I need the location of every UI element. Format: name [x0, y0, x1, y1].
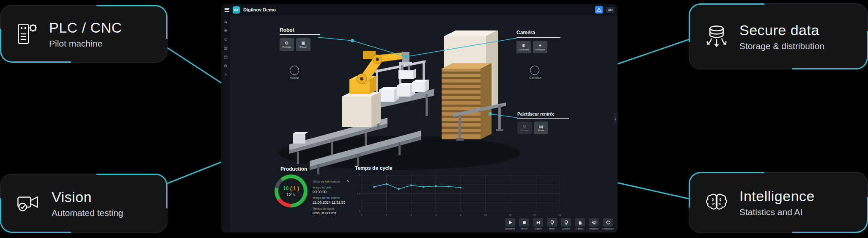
settings-icon[interactable]: ⚙ — [224, 64, 228, 68]
start-button[interactable]: Démarrer — [504, 218, 516, 230]
palletizer-porte-button[interactable]: ▤ Porte — [534, 122, 548, 134]
edit-pencil-icon[interactable]: ✎ — [347, 180, 350, 183]
mode-button[interactable]: Mode — [546, 218, 558, 230]
info-label: temps écoulé — [313, 185, 332, 189]
initialize-button[interactable]: Initialiser — [588, 218, 600, 230]
gauge-paren-value: ( 1 ) — [290, 185, 299, 191]
alert-icon[interactable]: ⚠ — [224, 73, 228, 77]
dashboard-icon[interactable]: ◉ — [224, 28, 228, 33]
skip-icon — [536, 220, 541, 225]
video-camera-icon — [16, 194, 41, 213]
connector-plc — [164, 46, 222, 83]
tool-label: Réinitialiser — [602, 227, 614, 230]
bulb-icon — [563, 220, 569, 225]
tool-label: Initialiser — [589, 227, 599, 230]
svg-text:0: 0 — [361, 214, 363, 216]
reset-button[interactable]: Réinitialiser — [602, 218, 614, 230]
robot-placer-button[interactable]: ▣ Placer — [296, 38, 310, 51]
gauge-center: 10 ( 1 ) 12✎ — [278, 178, 304, 204]
callout-secure-text: Secure data Storage & distribution — [739, 22, 824, 51]
callout-title: PLC / CNC — [49, 19, 122, 36]
camera-marker-label: Camera — [529, 76, 540, 80]
info-value: 21.06.2024 11:31:53 — [313, 200, 349, 205]
document-icon[interactable]: ▤ — [224, 55, 228, 59]
camera-nettoyer-button[interactable]: ✦ Nettoyer — [533, 41, 547, 53]
place-icon: ▣ — [301, 41, 305, 45]
info-group: temps de fin estimé 21.06.2024 11:31:53 — [313, 196, 349, 205]
palletizer-buttons: ↻ Suivant ▤ Porte — [517, 122, 569, 134]
palletizer-suivant-button[interactable]: ↻ Suivant — [517, 122, 532, 134]
svg-text:2.5: 2.5 — [357, 192, 361, 195]
app-sidebar: ⌂ ◉ ⊙ ▦ ▤ ⚙ ⚠ — [221, 15, 230, 232]
svg-text:16: 16 — [558, 214, 561, 216]
connector-secure-data — [616, 39, 690, 64]
robot-marker: Robot — [289, 66, 300, 80]
production-gauge: 10 ( 1 ) 12✎ — [275, 174, 308, 208]
button-label: Contrôler — [519, 48, 529, 51]
button-label: Suivant — [520, 129, 529, 132]
svg-text:12: 12 — [509, 214, 512, 216]
palletizer-label: Palettiseur rentrée — [517, 112, 569, 119]
app-title: Digiinov Demo — [243, 7, 276, 12]
camera-label-panel: Caméra ⚙ Contrôler ✦ Nettoyer — [516, 30, 560, 53]
alert-button[interactable] — [595, 6, 603, 14]
language-button[interactable]: AN — [606, 7, 614, 13]
info-label: temps de fin estimé — [313, 196, 340, 200]
grid-icon[interactable]: ▦ — [224, 46, 228, 50]
callout-vision: Vision Automated testing — [0, 174, 168, 233]
app-logo: no — [233, 6, 240, 14]
tool-label: Mode — [549, 227, 555, 230]
gauge-count: 10 ( 1 ) — [283, 185, 299, 191]
app-titlebar: no Digiinov Demo AN — [221, 4, 618, 15]
callout-secure-data: Secure data Storage & distribution — [689, 3, 868, 69]
cycle-time-chart-block: Temps de cycle 024681012141602.55 — [355, 165, 562, 219]
callout-plc: PLC / CNC Pilot machine — [0, 5, 168, 63]
callout-title: Intelligence — [739, 188, 815, 205]
callout-intel-text: Intelligence Statistics and AI — [739, 188, 815, 217]
tool-label: Lumière — [562, 227, 570, 230]
stop-button[interactable]: Arrêter — [518, 218, 530, 230]
cycle-time-chart: 024681012141602.55 — [355, 173, 562, 217]
info-label: Unité de fabrication — [313, 180, 340, 183]
clean-icon: ✦ — [538, 44, 542, 48]
production-info: Unité de fabrication✎ temps écoulé 00:00… — [313, 174, 349, 217]
button-label: Nettoyer — [536, 48, 545, 51]
camera-controler-button[interactable]: ⚙ Contrôler — [516, 41, 531, 53]
palletizer-label-panel: Palettiseur rentrée ↻ Suivant ▤ Porte — [517, 112, 569, 134]
panel-expander[interactable]: ‹ — [613, 113, 618, 125]
tool-label: Démarrer — [505, 227, 515, 230]
robot-label: Robot — [280, 27, 320, 35]
cycle-icon: ↻ — [523, 125, 526, 129]
database-icon — [705, 24, 728, 49]
light-button[interactable]: Lumière — [560, 218, 572, 230]
robot-label-panel: Robot ⚙ Prendre ▣ Placer — [280, 27, 320, 51]
gauge-secondary: 12✎ — [286, 192, 296, 197]
camera-label: Caméra — [516, 30, 560, 38]
tool-label: Arrêter — [521, 227, 528, 230]
button-label: Prendre — [282, 46, 291, 48]
connector-intelligence — [616, 183, 690, 199]
step-button[interactable]: Étapes — [532, 218, 544, 230]
bulb-icon — [549, 220, 555, 225]
home-icon[interactable]: ⌂ — [224, 19, 227, 24]
tool-label: Portes — [577, 227, 583, 230]
tool-label: Étapes — [534, 227, 541, 230]
camera-marker: Camera — [529, 66, 540, 80]
svg-text:14: 14 — [533, 214, 536, 216]
info-label: Temps de cycle — [313, 207, 335, 210]
camera-marker-ring[interactable] — [530, 66, 539, 75]
robot-prendre-button[interactable]: ⚙ Prendre — [280, 38, 294, 51]
connector-vision — [164, 162, 222, 185]
page: PLC / CNC Pilot machine Secure data Stor… — [0, 0, 868, 238]
robot-marker-ring[interactable] — [290, 66, 299, 75]
svg-text:6: 6 — [435, 214, 437, 216]
robot-marker-label: Robot — [289, 76, 300, 80]
doors-button[interactable]: Portes — [574, 218, 586, 230]
lock-icon — [577, 220, 583, 225]
eye-icon[interactable]: ⊙ — [224, 37, 227, 42]
edit-pencil-icon[interactable]: ✎ — [293, 193, 296, 197]
gauge-secondary-value: 12 — [286, 192, 291, 197]
menu-icon[interactable] — [225, 8, 229, 12]
callout-subtitle: Automated testing — [52, 208, 123, 218]
gear-icon: ⚙ — [522, 44, 526, 48]
